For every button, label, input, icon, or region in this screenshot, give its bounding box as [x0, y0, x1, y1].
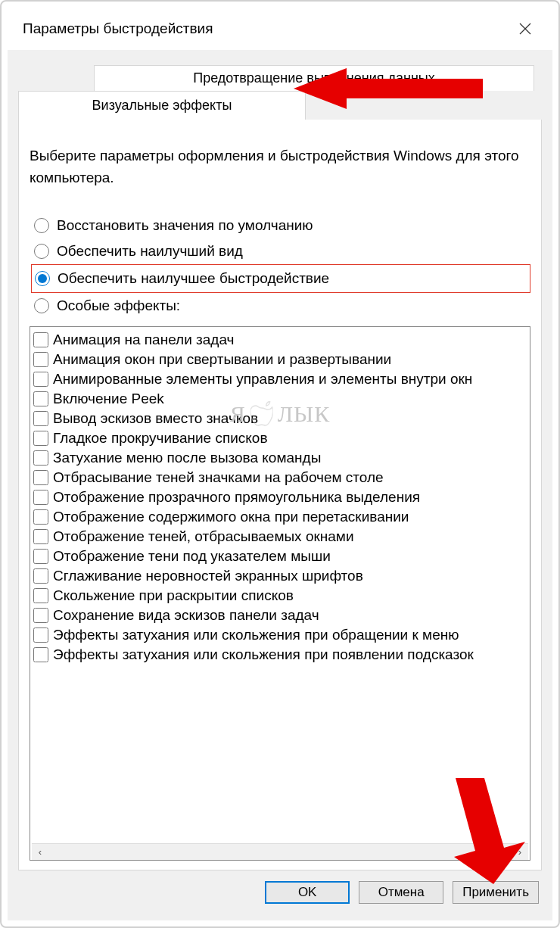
effect-label: Анимация на панели задач [53, 332, 235, 348]
effect-checkbox[interactable] [33, 509, 48, 525]
effect-checkbox[interactable] [33, 411, 48, 426]
performance-radio-group: Восстановить значения по умолчанию Обесп… [31, 213, 530, 319]
effect-checkbox[interactable] [33, 647, 48, 662]
effect-checkbox[interactable] [33, 372, 48, 387]
effect-checkbox[interactable] [33, 391, 48, 406]
effects-list-inner: Анимация на панели задачАнимация окон пр… [32, 330, 528, 843]
effect-row[interactable]: Эффекты затухания или скольжения при обр… [32, 625, 528, 645]
horizontal-scrollbar[interactable]: ‹ › [32, 843, 528, 860]
performance-options-dialog: Параметры быстродействия Предотвращение … [8, 8, 552, 920]
description-text: Выберите параметры оформления и быстроде… [30, 145, 530, 188]
titlebar: Параметры быстродействия [8, 8, 552, 50]
effect-label: Отображение теней, отбрасываемых окнами [53, 528, 354, 545]
effect-checkbox[interactable] [33, 431, 48, 446]
radio-best-performance-input[interactable] [35, 271, 50, 286]
effect-row[interactable]: Вывод эскизов вместо значков [32, 409, 528, 428]
effect-checkbox[interactable] [33, 490, 48, 505]
effect-checkbox[interactable] [33, 470, 48, 485]
effect-label: Сохранение вида эскизов панели задач [53, 607, 319, 624]
effect-row[interactable]: Анимированные элементы управления и элем… [32, 369, 528, 389]
effect-checkbox[interactable] [33, 352, 48, 367]
effect-label: Эффекты затухания или скольжения при обр… [53, 627, 459, 643]
effect-row[interactable]: Гладкое прокручивание списков [32, 428, 528, 448]
radio-best-appearance-input[interactable] [34, 244, 49, 259]
effect-label: Анимированные элементы управления и элем… [53, 371, 472, 388]
radio-custom-label: Особые эффекты: [57, 297, 180, 314]
client-area: Предотвращение выполнения данных Визуаль… [8, 50, 552, 920]
scroll-right-button[interactable]: › [512, 844, 528, 860]
effect-row[interactable]: Отображение теней, отбрасываемых окнами [32, 527, 528, 547]
close-icon [519, 23, 531, 35]
effect-row[interactable]: Отображение тени под указателем мыши [32, 547, 528, 566]
radio-restore-defaults-label: Восстановить значения по умолчанию [57, 217, 313, 234]
radio-best-appearance[interactable]: Обеспечить наилучший вид [31, 238, 530, 264]
tab-visual-effects[interactable]: Визуальные эффекты [18, 91, 306, 120]
effect-label: Вывод эскизов вместо значков [53, 410, 258, 427]
dialog-button-row: OK Отмена Применить [14, 870, 546, 908]
radio-best-performance-label: Обеспечить наилучшее быстродействие [58, 270, 329, 287]
effect-label: Эффекты затухания или скольжения при поя… [53, 646, 474, 663]
apply-button[interactable]: Применить [453, 881, 539, 904]
effects-listbox[interactable]: Анимация на панели задачАнимация окон пр… [30, 326, 530, 861]
radio-best-performance[interactable]: Обеспечить наилучшее быстродействие [31, 264, 530, 293]
effect-row[interactable]: Анимация окон при свертывании и разверты… [32, 350, 528, 369]
effect-row[interactable]: Отображение прозрачного прямоугольника в… [32, 487, 528, 507]
effect-checkbox[interactable] [33, 332, 48, 347]
radio-restore-defaults[interactable]: Восстановить значения по умолчанию [31, 213, 530, 238]
radio-custom-input[interactable] [34, 298, 49, 313]
radio-custom[interactable]: Особые эффекты: [31, 293, 530, 319]
effect-checkbox[interactable] [33, 529, 48, 544]
window-title: Параметры быстродействия [23, 20, 213, 37]
effect-label: Отображение прозрачного прямоугольника в… [53, 489, 420, 506]
effect-checkbox[interactable] [33, 568, 48, 584]
effect-label: Гладкое прокручивание списков [53, 430, 268, 447]
radio-best-appearance-label: Обеспечить наилучший вид [57, 243, 243, 260]
effect-label: Отображение содержимого окна при перетас… [53, 509, 409, 525]
effect-row[interactable]: Скольжение при раскрытии списков [32, 586, 528, 606]
effect-row[interactable]: Анимация на панели задач [32, 330, 528, 350]
effect-row[interactable]: Сохранение вида эскизов панели задач [32, 606, 528, 625]
effect-label: Затухание меню после вызова команды [53, 450, 321, 466]
effect-label: Отбрасывание теней значками на рабочем с… [53, 469, 384, 486]
effect-checkbox[interactable] [33, 450, 48, 466]
scroll-left-button[interactable]: ‹ [32, 844, 48, 860]
tab-panel-visual-effects: Выберите параметры оформления и быстроде… [18, 120, 542, 870]
effect-row[interactable]: Включение Peek [32, 389, 528, 409]
effect-label: Анимация окон при свертывании и разверты… [53, 351, 391, 368]
effect-row[interactable]: Сглаживание неровностей экранных шрифтов [32, 566, 528, 586]
effect-checkbox[interactable] [33, 608, 48, 623]
effect-label: Сглаживание неровностей экранных шрифтов [53, 568, 363, 584]
effect-checkbox[interactable] [33, 627, 48, 643]
ok-button[interactable]: OK [265, 881, 350, 904]
tab-strip: Предотвращение выполнения данных Визуаль… [18, 65, 542, 120]
effect-checkbox[interactable] [33, 549, 48, 564]
effect-row[interactable]: Отображение содержимого окна при перетас… [32, 507, 528, 527]
effect-checkbox[interactable] [33, 588, 48, 603]
effect-label: Скольжение при раскрытии списков [53, 587, 294, 604]
effect-row[interactable]: Отбрасывание теней значками на рабочем с… [32, 468, 528, 487]
radio-restore-defaults-input[interactable] [34, 218, 49, 233]
effect-row[interactable]: Эффекты затухания или скольжения при поя… [32, 645, 528, 665]
cancel-button[interactable]: Отмена [359, 881, 443, 904]
effect-label: Включение Peek [53, 391, 164, 407]
close-button[interactable] [512, 15, 539, 42]
tab-dep[interactable]: Предотвращение выполнения данных [94, 65, 534, 91]
effect-row[interactable]: Затухание меню после вызова команды [32, 448, 528, 468]
effect-label: Отображение тени под указателем мыши [53, 548, 331, 565]
